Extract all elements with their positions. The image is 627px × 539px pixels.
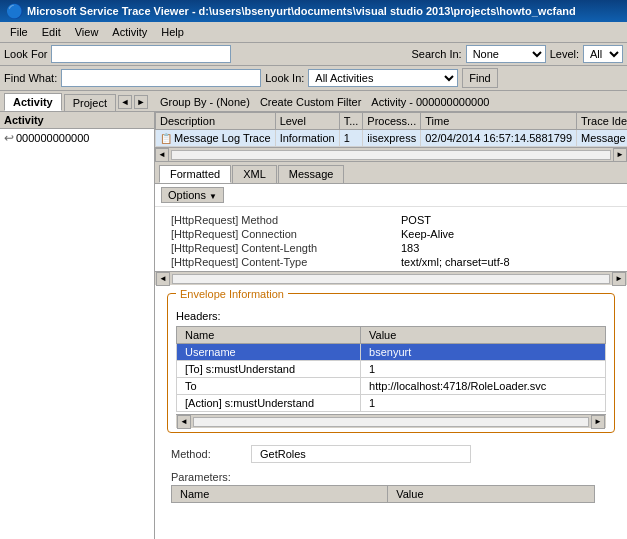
- look-for-input[interactable]: [51, 45, 231, 63]
- col-value[interactable]: Value: [361, 327, 606, 344]
- tab-formatted[interactable]: Formatted: [159, 165, 231, 183]
- env-row-3[interactable]: [Action] s:mustUnderstand 1: [177, 395, 606, 412]
- activity-id-text: Activity - 000000000000: [371, 96, 489, 108]
- hscroll-left[interactable]: ◄: [155, 148, 169, 162]
- app-icon: 🔵: [6, 3, 23, 19]
- col-process[interactable]: Process...: [363, 113, 421, 130]
- col-time[interactable]: Time: [421, 113, 577, 130]
- group-by-text[interactable]: Group By - (None): [160, 96, 250, 108]
- http-detail-1: [HttpRequest] Connection Keep-Alive: [163, 227, 619, 241]
- env-val-1: 1: [361, 361, 606, 378]
- env-val-2: http://localhost:4718/RoleLoader.svc: [361, 378, 606, 395]
- http-detail-3: [HttpRequest] Content-Type text/xml; cha…: [163, 255, 619, 269]
- headers-table: Name Value Username bsenyurt [: [176, 326, 606, 412]
- detail-hscroll[interactable]: ◄ ►: [155, 271, 627, 285]
- http-val-0: POST: [401, 214, 431, 226]
- search-in-label: Search In:: [412, 48, 462, 60]
- menu-edit[interactable]: Edit: [36, 24, 67, 40]
- http-key-2: [HttpRequest] Content-Length: [171, 242, 401, 254]
- tab-nav-right[interactable]: ►: [134, 95, 148, 109]
- left-panel: Activity ↩ 000000000000: [0, 112, 155, 539]
- env-val-0: bsenyurt: [361, 344, 606, 361]
- create-filter-text[interactable]: Create Custom Filter: [260, 96, 361, 108]
- envelope-title: Envelope Information: [176, 288, 288, 300]
- options-button[interactable]: Options ▼: [161, 187, 224, 203]
- params-col-value[interactable]: Value: [388, 486, 595, 503]
- row-process: iisexpress: [363, 130, 421, 147]
- detail-hscroll-right[interactable]: ►: [612, 272, 626, 286]
- headers-label: Headers:: [176, 310, 606, 322]
- http-key-3: [HttpRequest] Content-Type: [171, 256, 401, 268]
- row-t: 1: [339, 130, 363, 147]
- menu-bar: File Edit View Activity Help: [0, 22, 627, 43]
- http-details-section: [HttpRequest] Method POST [HttpRequest] …: [155, 211, 627, 271]
- env-name-2: To: [177, 378, 361, 395]
- title-text: Microsoft Service Trace Viewer - d:\user…: [27, 5, 576, 17]
- env-hscroll-track[interactable]: [193, 417, 589, 427]
- env-row-2[interactable]: To http://localhost:4718/RoleLoader.svc: [177, 378, 606, 395]
- http-detail-2: [HttpRequest] Content-Length 183: [163, 241, 619, 255]
- hscroll-track[interactable]: [171, 150, 611, 160]
- col-traceid[interactable]: Trace Ide: [577, 113, 627, 130]
- detail-hscroll-track[interactable]: [172, 274, 610, 284]
- find-what-label: Find What:: [4, 72, 57, 84]
- toolbar-row-2: Find What: Look In: All Activities Find: [0, 66, 627, 91]
- menu-activity[interactable]: Activity: [106, 24, 153, 40]
- activity-label: 000000000000: [16, 132, 89, 144]
- col-level[interactable]: Level: [275, 113, 339, 130]
- env-name-0: Username: [177, 344, 361, 361]
- method-row: Method: GetRoles: [155, 441, 627, 467]
- http-key-1: [HttpRequest] Connection: [171, 228, 401, 240]
- options-dropdown-arrow: ▼: [209, 192, 217, 201]
- tab-message[interactable]: Message: [278, 165, 345, 183]
- col-description[interactable]: Description: [156, 113, 276, 130]
- menu-help[interactable]: Help: [155, 24, 190, 40]
- env-row-0[interactable]: Username bsenyurt: [177, 344, 606, 361]
- envelope-box: Envelope Information Headers: Name Value: [167, 293, 615, 433]
- find-button[interactable]: Find: [462, 68, 497, 88]
- tab-xml[interactable]: XML: [232, 165, 277, 183]
- env-name-1: [To] s:mustUnderstand: [177, 361, 361, 378]
- tab-project[interactable]: Project: [64, 94, 116, 111]
- row-traceid: Message L: [577, 130, 627, 147]
- env-hscroll-right[interactable]: ►: [591, 415, 605, 429]
- col-t[interactable]: T...: [339, 113, 363, 130]
- activity-list: ↩ 000000000000: [0, 129, 154, 539]
- grid-hscroll[interactable]: ◄ ►: [155, 147, 627, 161]
- menu-view[interactable]: View: [69, 24, 105, 40]
- detail-hscroll-left[interactable]: ◄: [156, 272, 170, 286]
- left-panel-header: Activity: [0, 112, 154, 129]
- menu-file[interactable]: File: [4, 24, 34, 40]
- http-val-3: text/xml; charset=utf-8: [401, 256, 510, 268]
- tab-strip: Activity Project ◄ ► Group By - (None) C…: [0, 91, 627, 112]
- find-what-input[interactable]: [61, 69, 261, 87]
- toolbar-row-1: Look For Search In: None Level: All: [0, 43, 627, 66]
- params-row: Parameters: Name Value: [155, 467, 627, 507]
- activity-row-0[interactable]: ↩ 000000000000: [0, 129, 154, 147]
- tab-nav-left[interactable]: ◄: [118, 95, 132, 109]
- activity-icon: ↩: [4, 131, 14, 145]
- data-grid: Description Level T... Process... Time T…: [155, 112, 627, 162]
- params-table: Name Value: [171, 485, 595, 503]
- env-hscroll[interactable]: ◄ ►: [176, 414, 606, 428]
- look-in-select[interactable]: All Activities: [308, 69, 458, 87]
- level-select[interactable]: All: [583, 45, 623, 63]
- method-label: Method:: [171, 448, 251, 460]
- detail-tabs: Formatted XML Message: [155, 162, 627, 184]
- search-in-select[interactable]: None: [466, 45, 546, 63]
- http-key-0: [HttpRequest] Method: [171, 214, 401, 226]
- col-name[interactable]: Name: [177, 327, 361, 344]
- table-row[interactable]: 📋Message Log Trace Information 1 iisexpr…: [156, 130, 628, 147]
- env-row-1[interactable]: [To] s:mustUnderstand 1: [177, 361, 606, 378]
- options-label: Options: [168, 189, 206, 201]
- row-icon: 📋: [160, 133, 172, 144]
- look-for-label: Look For: [4, 48, 47, 60]
- hscroll-right[interactable]: ►: [613, 148, 627, 162]
- env-hscroll-left[interactable]: ◄: [177, 415, 191, 429]
- params-label: Parameters:: [171, 471, 251, 483]
- params-col-name[interactable]: Name: [172, 486, 388, 503]
- tab-activity[interactable]: Activity: [4, 93, 62, 111]
- look-in-label: Look In:: [265, 72, 304, 84]
- title-bar: 🔵 Microsoft Service Trace Viewer - d:\us…: [0, 0, 627, 22]
- row-time: 02/04/2014 16:57:14.5881799: [421, 130, 577, 147]
